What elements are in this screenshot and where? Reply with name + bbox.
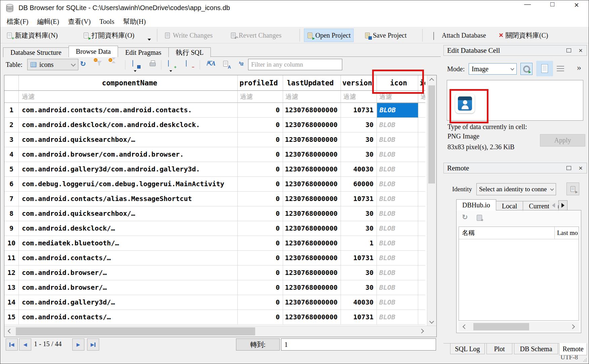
column-header-profileId[interactable]: profileId (238, 75, 283, 91)
cell-partial[interactable] (418, 251, 425, 266)
cell-icon[interactable]: BLOB (377, 162, 418, 177)
cell-partial[interactable] (418, 236, 425, 251)
cell-partial[interactable] (418, 280, 425, 295)
corner-header-cell[interactable] (4, 75, 19, 91)
menu-item-v[interactable]: 查看(V) (64, 17, 95, 26)
row-number[interactable]: 6 (4, 177, 19, 192)
filter-input-componentName[interactable]: 過濾 (19, 91, 238, 103)
revert-changes-button[interactable]: ↶ Revert Changes (228, 28, 284, 43)
cell-icon[interactable]: BLOB (377, 310, 418, 325)
cell-icon[interactable]: BLOB (377, 280, 418, 295)
tab-scroll-left-button[interactable] (549, 200, 558, 210)
remote-horizontal-scrollbar[interactable] (459, 322, 579, 331)
bottom-tab-sql-log[interactable]: SQL Log (450, 343, 485, 354)
cell-partial[interactable] (418, 266, 425, 280)
goto-cell-icon[interactable]: ⇱A (206, 60, 213, 67)
scroll-thumb[interactable] (473, 323, 529, 330)
cell-profileId[interactable]: 0 (238, 236, 283, 251)
delete-record-button[interactable]: − (186, 60, 193, 67)
close-database-button[interactable]: × 關閉資料庫(C) (496, 28, 551, 43)
cell-lastUpdated[interactable]: 1230768000000 (283, 177, 341, 192)
cell-version[interactable]: 30 (341, 206, 377, 221)
filter-input-profileId[interactable]: 過濾 (238, 91, 283, 103)
cell-partial[interactable] (418, 310, 425, 325)
vertical-scroll-thumb[interactable] (428, 85, 435, 184)
save-project-button[interactable]: Save Project (362, 28, 409, 43)
row-number[interactable]: 10 (4, 236, 19, 251)
cell-lastUpdated[interactable]: 1230768000000 (283, 132, 341, 147)
replace-icon[interactable]: ᵇa (239, 60, 245, 67)
cell-icon[interactable]: BLOB (377, 118, 418, 132)
cell-profileId[interactable]: 0 (238, 103, 283, 118)
cell-icon[interactable]: BLOB (377, 266, 418, 280)
scroll-up-arrow[interactable] (427, 75, 436, 84)
find-in-table-icon[interactable]: A (223, 60, 229, 67)
cell-icon[interactable]: BLOB (377, 295, 418, 310)
cell-profileId[interactable]: 0 (238, 221, 283, 236)
close-panel-icon[interactable]: × (579, 47, 583, 54)
remote-tab-local[interactable]: Local (496, 201, 523, 210)
refresh-icon[interactable]: ↻ (462, 214, 468, 220)
cell-componentName[interactable]: com.debug.loggerui/com.debug.loggerui.Ma… (19, 177, 238, 192)
refresh-button[interactable]: ↻ (80, 60, 87, 67)
cell-componentName[interactable]: com.android.deskclock/com.android.deskcl… (19, 118, 238, 132)
row-number[interactable]: 4 (4, 147, 19, 162)
text-mode-button[interactable] (536, 61, 553, 76)
cell-profileId[interactable]: 0 (238, 266, 283, 280)
cell-partial[interactable] (418, 192, 425, 206)
cell-partial[interactable] (418, 221, 425, 236)
import-data-button[interactable]: ▸ (520, 63, 533, 75)
insert-record-button[interactable]: + (168, 60, 175, 67)
first-page-button[interactable]: ◀ (6, 338, 18, 351)
row-number[interactable]: 2 (4, 118, 19, 132)
cell-icon[interactable]: BLOB (377, 221, 418, 236)
next-page-button[interactable]: ▶ (72, 338, 84, 351)
more-tools-chevrons[interactable]: » (577, 63, 581, 73)
cell-icon[interactable]: BLOB (377, 236, 418, 251)
cell-profileId[interactable]: 0 (238, 295, 283, 310)
cell-partial[interactable] (418, 295, 425, 310)
close-panel-icon[interactable]: × (579, 165, 583, 171)
menu-item-h[interactable]: 幫助(H) (119, 17, 150, 26)
cell-icon[interactable]: BLOB (377, 132, 418, 147)
bottom-tab-remote[interactable]: Remote (559, 343, 587, 355)
table-select[interactable]: icons (27, 59, 78, 70)
filter-input-lastUpdated[interactable]: 過濾 (283, 91, 341, 103)
cell-componentName[interactable]: com.android.quicksearchbox/… (19, 206, 238, 221)
cell-lastUpdated[interactable]: 1230768000000 (283, 221, 341, 236)
scroll-left-arrow[interactable] (461, 322, 469, 331)
column-header-lastUpdated[interactable]: lastUpdated (283, 75, 341, 91)
scroll-down-arrow[interactable] (427, 317, 436, 326)
cell-lastUpdated[interactable]: 1230768000000 (283, 295, 341, 310)
cell-profileId[interactable]: 0 (238, 118, 283, 132)
cell-version[interactable]: 30 (341, 221, 377, 236)
scroll-right-arrow[interactable] (417, 327, 426, 335)
cell-partial[interactable] (418, 177, 425, 192)
row-number[interactable]: 13 (4, 280, 19, 295)
filter-input-version[interactable]: 過濾 (341, 91, 377, 103)
cell-icon[interactable]: BLOB (377, 192, 418, 206)
goto-button[interactable]: 轉到: (236, 338, 280, 351)
cell-profileId[interactable]: 0 (238, 177, 283, 192)
menu-item-e[interactable]: 編輯(E) (33, 17, 64, 26)
cell-version[interactable]: 10731 (341, 251, 377, 266)
cell-lastUpdated[interactable]: 1230768000000 (283, 310, 341, 325)
cell-profileId[interactable]: 0 (238, 192, 283, 206)
cell-version[interactable]: 30 (341, 147, 377, 162)
insert-record-dropdown-caret[interactable] (169, 70, 172, 73)
cell-icon[interactable]: BLOB (377, 251, 418, 266)
cell-componentName[interactable]: com.android.gallery3d/… (19, 295, 238, 310)
cell-lastUpdated[interactable]: 1230768000000 (283, 236, 341, 251)
scroll-left-arrow[interactable] (6, 327, 14, 335)
cell-profileId[interactable]: 0 (238, 280, 283, 295)
open-project-button[interactable]: ▸ Open Project (304, 29, 354, 42)
tab-scroll-right-button[interactable] (558, 200, 567, 210)
open-database-dropdown-caret[interactable] (148, 39, 151, 42)
row-number[interactable]: 3 (4, 132, 19, 147)
cell-componentName[interactable]: com.mediatek.bluetooth/… (19, 236, 238, 251)
cell-lastUpdated[interactable]: 1230768000000 (283, 251, 341, 266)
cell-version[interactable]: 10731 (341, 192, 377, 206)
cell-icon[interactable]: BLOB (377, 206, 418, 221)
row-number[interactable]: 14 (4, 295, 19, 310)
cell-profileId[interactable]: 0 (238, 206, 283, 221)
